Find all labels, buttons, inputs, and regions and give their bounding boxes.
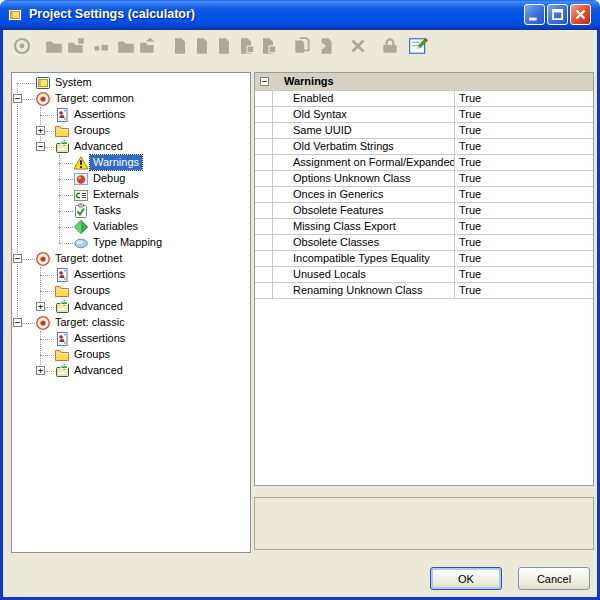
- new-document-3-toolbar-button[interactable]: [213, 36, 235, 58]
- target-icon: [35, 91, 51, 107]
- property-row-gutter: [255, 235, 273, 250]
- tree-item-type-mapping[interactable]: Type Mapping: [12, 235, 250, 251]
- property-name[interactable]: Old Syntax: [273, 107, 455, 122]
- tree-item-advanced[interactable]: +Advanced: [12, 299, 250, 315]
- tree-item-label[interactable]: Debug: [90, 171, 128, 186]
- tree-item-label[interactable]: Externals: [90, 187, 142, 202]
- add-folder-toolbar-button[interactable]: [65, 36, 87, 58]
- property-value[interactable]: True: [455, 219, 593, 234]
- property-name[interactable]: Incompatible Types Equality: [273, 251, 455, 266]
- tree-item-debug[interactable]: Debug: [12, 171, 250, 187]
- import-toolbar-button[interactable]: [315, 36, 337, 58]
- property-name[interactable]: Obsolete Classes: [273, 235, 455, 250]
- tree-item-label[interactable]: Advanced: [71, 299, 126, 314]
- tree-item-advanced[interactable]: +Advanced: [12, 363, 250, 379]
- tree-item-assertions[interactable]: Assertions: [12, 107, 250, 123]
- property-value[interactable]: True: [455, 235, 593, 250]
- property-name[interactable]: Unused Locals: [273, 267, 455, 282]
- tree-item-warnings[interactable]: Warnings: [12, 155, 250, 171]
- tree-item-label[interactable]: Warnings: [90, 155, 142, 170]
- property-value[interactable]: True: [455, 267, 593, 282]
- property-name[interactable]: Obsolete Features: [273, 203, 455, 218]
- tree-item-target-common[interactable]: −Target: common: [12, 91, 250, 107]
- tree-item-label[interactable]: Groups: [71, 347, 113, 362]
- tree-item-target-dotnet[interactable]: −Target: dotnet: [12, 251, 250, 267]
- tree-item-label[interactable]: Assertions: [71, 107, 128, 122]
- rename-toolbar-button[interactable]: [91, 36, 113, 58]
- library-folder-icon: [116, 44, 136, 59]
- property-value[interactable]: True: [455, 187, 593, 202]
- property-value[interactable]: True: [455, 91, 593, 106]
- tree-expander-minus[interactable]: −: [36, 142, 45, 151]
- tree-item-groups[interactable]: +Groups: [12, 123, 250, 139]
- delete-toolbar-button[interactable]: [347, 36, 369, 58]
- titlebar[interactable]: Project Settings (calculator): [0, 0, 600, 30]
- lock-toolbar-button[interactable]: [379, 36, 401, 58]
- property-name[interactable]: Options Unknown Class: [273, 171, 455, 186]
- tree-item-assertions[interactable]: Assertions: [12, 331, 250, 347]
- property-name[interactable]: Same UUID: [273, 123, 455, 138]
- tree-item-assertions[interactable]: Assertions: [12, 267, 250, 283]
- collapse-section-expander[interactable]: −: [260, 77, 269, 86]
- property-name[interactable]: Onces in Generics: [273, 187, 455, 202]
- new-document-4-toolbar-button[interactable]: [235, 36, 257, 58]
- tree-item-groups[interactable]: Groups: [12, 283, 250, 299]
- property-name[interactable]: Old Verbatim Strings: [273, 139, 455, 154]
- tree-item-label[interactable]: Target: common: [52, 91, 137, 106]
- tree-item-label[interactable]: Advanced: [71, 139, 126, 154]
- variables-icon: [73, 219, 89, 235]
- tree-item-label[interactable]: Type Mapping: [90, 235, 165, 250]
- tree-expander-minus[interactable]: −: [13, 254, 22, 263]
- property-name[interactable]: Enabled: [273, 91, 455, 106]
- tree-expander-plus[interactable]: +: [36, 126, 45, 135]
- minimize-button[interactable]: [524, 4, 545, 25]
- tree-item-label[interactable]: Assertions: [71, 267, 128, 282]
- edit-toolbar-button[interactable]: [407, 36, 429, 58]
- move-folder-toolbar-button[interactable]: [137, 36, 159, 58]
- tree-item-externals[interactable]: Externals: [12, 187, 250, 203]
- tree-item-tasks[interactable]: Tasks: [12, 203, 250, 219]
- property-value[interactable]: True: [455, 107, 593, 122]
- tree-item-variables[interactable]: Variables: [12, 219, 250, 235]
- open-folder-toolbar-button[interactable]: [43, 36, 65, 58]
- tree-item-system[interactable]: System: [12, 75, 250, 91]
- tree-item-label[interactable]: Target: dotnet: [52, 251, 125, 266]
- cancel-button[interactable]: Cancel: [518, 567, 590, 590]
- tree-item-label[interactable]: Assertions: [71, 331, 128, 346]
- ok-button[interactable]: OK: [430, 567, 502, 590]
- tree-item-label[interactable]: Target: classic: [52, 315, 128, 330]
- tree-item-label[interactable]: Tasks: [90, 203, 124, 218]
- property-value[interactable]: True: [455, 139, 593, 154]
- property-value[interactable]: True: [455, 203, 593, 218]
- property-value[interactable]: True: [455, 123, 593, 138]
- new-document-1-toolbar-button[interactable]: [169, 36, 191, 58]
- new-document-5-toolbar-button[interactable]: [257, 36, 279, 58]
- tree-item-label[interactable]: Advanced: [71, 363, 126, 378]
- tree-item-label[interactable]: Groups: [71, 283, 113, 298]
- property-value[interactable]: True: [455, 155, 593, 170]
- property-value[interactable]: True: [455, 251, 593, 266]
- tree-expander-plus[interactable]: +: [36, 302, 45, 311]
- property-value[interactable]: True: [455, 171, 593, 186]
- tree-item-label[interactable]: Groups: [71, 123, 113, 138]
- tree-item-advanced[interactable]: −Advanced: [12, 139, 250, 155]
- maximize-button[interactable]: [547, 4, 568, 25]
- property-name[interactable]: Assignment on Formal/Expanded: [273, 155, 455, 170]
- record-toolbar-button[interactable]: [11, 36, 33, 58]
- tree-item-label[interactable]: System: [52, 75, 95, 90]
- property-value[interactable]: True: [455, 283, 593, 298]
- tree-expander-minus[interactable]: −: [13, 94, 22, 103]
- property-name[interactable]: Renaming Unknown Class: [273, 283, 455, 298]
- close-button[interactable]: [570, 4, 591, 25]
- settings-tree[interactable]: System−Target: commonAssertions+Groups−A…: [11, 72, 251, 553]
- duplicate-toolbar-button[interactable]: [291, 36, 313, 58]
- tree-item-label[interactable]: Variables: [90, 219, 141, 234]
- property-grid[interactable]: − Warnings EnabledTrueOld SyntaxTrueSame…: [254, 72, 594, 486]
- tree-expander-minus[interactable]: −: [13, 318, 22, 327]
- tree-item-target-classic[interactable]: −Target: classic: [12, 315, 250, 331]
- library-folder-toolbar-button[interactable]: [115, 36, 137, 58]
- tree-expander-plus[interactable]: +: [36, 366, 45, 375]
- new-document-2-toolbar-button[interactable]: [191, 36, 213, 58]
- tree-item-groups[interactable]: Groups: [12, 347, 250, 363]
- property-name[interactable]: Missing Class Export: [273, 219, 455, 234]
